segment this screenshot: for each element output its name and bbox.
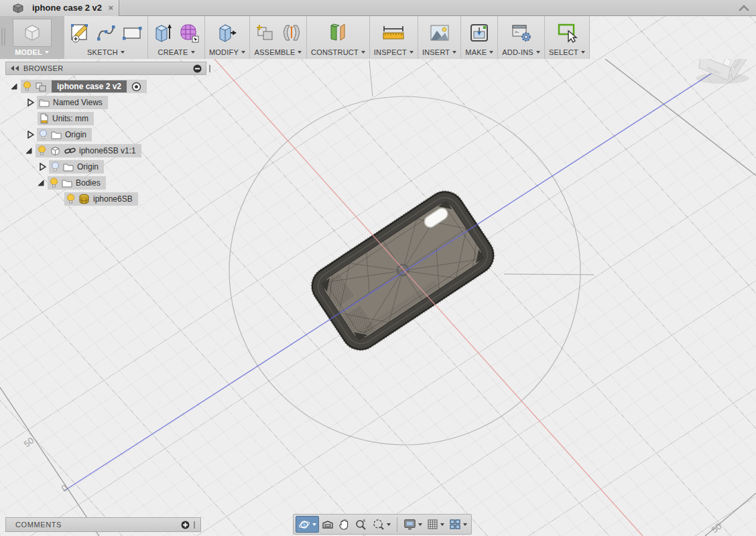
bulb-on-icon[interactable] xyxy=(50,178,58,188)
press-pull-button[interactable] xyxy=(216,21,239,44)
comments-bar[interactable]: COMMENTS xyxy=(5,517,201,532)
tree-row-linked-component[interactable]: iphone6SB v1:1 xyxy=(5,144,206,157)
construct-plane-button[interactable] xyxy=(326,21,350,44)
model-menu[interactable]: MODEL xyxy=(15,47,49,58)
chevron-down-icon xyxy=(536,51,540,54)
activate-component-radio-icon[interactable] xyxy=(131,82,141,92)
create-sketch-icon xyxy=(68,21,91,44)
sketch-line-vertical[interactable] xyxy=(369,60,373,96)
tree-label[interactable]: Units: mm xyxy=(52,114,88,123)
toolbar-group-sketch: SKETCH xyxy=(64,16,148,59)
rectangle-button[interactable] xyxy=(121,23,143,43)
collapse-panel-icon[interactable] xyxy=(10,65,19,72)
browser-header[interactable]: BROWSER xyxy=(5,62,206,75)
tab-close-icon[interactable]: × xyxy=(108,3,113,13)
svg-text:>-: >- xyxy=(515,29,519,34)
extrude-button[interactable] xyxy=(152,21,174,44)
toolbar-group-insert: INSERT xyxy=(418,16,461,59)
3d-print-button[interactable] xyxy=(468,22,491,44)
new-component-icon xyxy=(254,22,277,44)
view-cube[interactable]: TOP FRONT RIGHT xyxy=(696,31,749,84)
create-menu[interactable]: CREATE xyxy=(158,47,194,58)
browser-panel: BROWSER iphone case xyxy=(5,62,206,208)
create-form-button[interactable] xyxy=(178,21,200,44)
tree-row-mesh-body[interactable]: iphone6SB xyxy=(5,192,206,206)
fusion360-window: 50 0 50 TOP FRONT RIGHT xyxy=(0,0,756,536)
insert-image-button[interactable] xyxy=(428,22,452,44)
folder-icon xyxy=(51,130,62,139)
tree-row-child-origin[interactable]: Origin xyxy=(5,160,206,174)
workspace-switcher[interactable]: MODEL xyxy=(0,16,64,59)
display-settings-button[interactable] xyxy=(401,516,424,533)
sketch-menu[interactable]: SKETCH xyxy=(87,47,125,58)
expander-open-icon[interactable] xyxy=(9,82,19,91)
viewcube-top-face: TOP xyxy=(712,41,731,61)
inspect-menu[interactable]: INSPECT xyxy=(374,47,414,58)
tree-label[interactable]: Named Views xyxy=(53,98,103,107)
bulb-on-icon[interactable] xyxy=(38,145,46,156)
minimize-icon[interactable] xyxy=(193,64,202,73)
panel-resize-grip[interactable] xyxy=(194,521,195,529)
orbit-button[interactable] xyxy=(296,516,319,533)
select-menu[interactable]: SELECT xyxy=(549,47,585,58)
construct-menu[interactable]: CONSTRUCT xyxy=(311,47,365,58)
tree-row-bodies[interactable]: Bodies xyxy=(5,176,206,190)
look-at-icon xyxy=(322,519,334,530)
fit-button[interactable] xyxy=(370,516,393,533)
tree-label[interactable]: Origin xyxy=(65,130,86,139)
tree-row-origin[interactable]: Origin xyxy=(5,128,206,141)
tree-label[interactable]: iphone6SB v1:1 xyxy=(79,146,136,155)
toolbar-collapse-chevron-icon[interactable] xyxy=(739,5,749,11)
bulb-on-icon[interactable] xyxy=(66,194,75,204)
model-workspace-button[interactable] xyxy=(13,19,52,47)
chevron-down-icon xyxy=(452,51,456,54)
tree-label[interactable]: iphone6SB xyxy=(93,194,133,204)
construct-plane-icon xyxy=(326,21,350,44)
expander-open-icon[interactable] xyxy=(24,146,34,155)
select-button[interactable] xyxy=(555,21,579,44)
new-component-button[interactable] xyxy=(254,22,277,44)
spline-button[interactable] xyxy=(95,22,117,44)
make-menu[interactable]: MAKE xyxy=(465,47,493,58)
toolbar-drag-grip[interactable] xyxy=(1,28,5,46)
svg-text:±: ± xyxy=(363,518,366,523)
insert-menu[interactable]: INSERT xyxy=(422,47,456,58)
document-tab[interactable]: iphone case 2 v2 × xyxy=(0,0,119,16)
3d-printer-icon xyxy=(468,22,491,44)
tree-label[interactable]: Bodies xyxy=(76,178,101,188)
bulb-off-icon[interactable] xyxy=(39,129,48,140)
press-pull-icon xyxy=(216,21,239,44)
addins-menu[interactable]: ADD-INS xyxy=(502,47,540,58)
expander-closed-icon[interactable] xyxy=(25,98,35,107)
add-comment-icon[interactable] xyxy=(181,521,190,529)
tree-row-units[interactable]: Units: mm xyxy=(5,112,206,125)
create-sketch-button[interactable] xyxy=(68,21,91,44)
expander-closed-icon[interactable] xyxy=(38,162,47,172)
bulb-off-icon[interactable] xyxy=(51,161,60,172)
tree-row-named-views[interactable]: Named Views xyxy=(5,96,206,109)
viewports-icon xyxy=(449,519,461,530)
grid-settings-button[interactable] xyxy=(425,516,446,533)
chevron-down-icon xyxy=(191,51,195,54)
pan-button[interactable] xyxy=(336,516,352,533)
tree-label[interactable]: Origin xyxy=(77,162,99,172)
scripts-addins-button[interactable]: >- xyxy=(509,22,533,44)
select-cursor-icon xyxy=(555,21,579,44)
orbit-icon xyxy=(298,519,310,531)
panel-resize-grip[interactable] xyxy=(209,65,210,72)
tree-label[interactable]: iphone case 2 v2 xyxy=(52,80,127,92)
expander-open-icon[interactable] xyxy=(36,178,46,188)
modify-menu[interactable]: MODIFY xyxy=(209,47,245,58)
tree-row-root-component[interactable]: iphone case 2 v2 xyxy=(5,80,206,93)
look-at-button[interactable] xyxy=(320,516,336,533)
assemble-menu[interactable]: ASSEMBLE xyxy=(255,47,302,58)
measure-button[interactable] xyxy=(380,23,407,43)
bulb-on-icon[interactable] xyxy=(23,81,32,92)
zoom-button[interactable]: ± xyxy=(353,516,369,533)
component-icon xyxy=(35,81,47,92)
expander-closed-icon[interactable] xyxy=(25,130,35,139)
chevron-down-icon xyxy=(581,51,585,54)
document-cube-icon xyxy=(11,2,25,14)
viewports-button[interactable] xyxy=(447,516,469,533)
joint-button[interactable] xyxy=(281,21,302,44)
